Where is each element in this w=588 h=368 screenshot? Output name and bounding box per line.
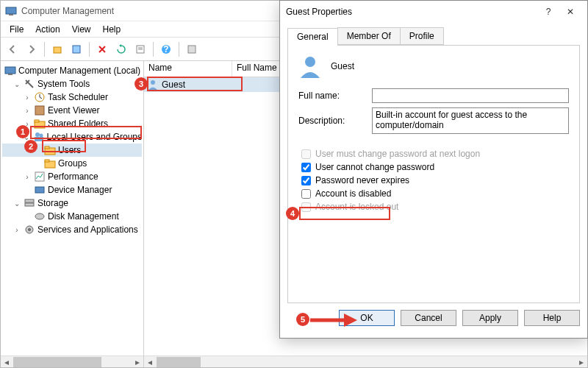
tree-users[interactable]: Users — [2, 144, 142, 157]
dialog-close-button[interactable]: ✕ — [559, 7, 581, 17]
perf-icon — [34, 171, 46, 183]
svg-rect-11 — [8, 74, 12, 75]
computer-icon — [4, 65, 16, 77]
svg-point-29 — [28, 228, 31, 231]
svg-text:?: ? — [163, 44, 168, 54]
menu-file[interactable]: File — [4, 23, 29, 36]
tree-groups[interactable]: Groups — [2, 157, 142, 170]
callout-badge-2: 2 — [24, 140, 37, 153]
ok-button[interactable]: OK — [339, 310, 395, 326]
folder-icon — [44, 158, 56, 169]
properties-button[interactable] — [68, 40, 85, 58]
menu-view[interactable]: View — [66, 23, 97, 36]
expand-icon[interactable]: › — [23, 93, 32, 102]
svg-point-27 — [35, 213, 44, 219]
menu-action[interactable]: Action — [29, 23, 65, 36]
svg-rect-25 — [25, 199, 34, 202]
svg-rect-10 — [5, 67, 15, 74]
checkbox-account-disabled[interactable]: Account is disabled — [301, 188, 569, 199]
checkbox-account-locked: Account is locked out — [301, 202, 569, 212]
svg-point-16 — [35, 132, 40, 137]
svg-rect-18 — [35, 137, 43, 141]
collapse-icon[interactable]: ⌄ — [12, 199, 21, 208]
svg-rect-15 — [35, 120, 39, 122]
callout-badge-3: 3 — [135, 77, 148, 91]
action-button[interactable] — [183, 40, 201, 58]
up-button[interactable] — [49, 40, 66, 58]
tree-services-apps[interactable]: ›Services and Applications — [2, 223, 142, 236]
services-icon — [24, 224, 35, 236]
tools-icon — [24, 78, 35, 90]
device-icon — [34, 184, 46, 196]
tree-system-tools[interactable]: ⌄System Tools — [2, 77, 142, 91]
disk-icon — [34, 210, 46, 222]
svg-rect-3 — [73, 46, 80, 53]
clock-icon — [34, 91, 46, 103]
forward-button[interactable] — [23, 40, 40, 58]
user-large-icon — [298, 54, 322, 78]
tab-member-of[interactable]: Member Of — [337, 27, 401, 45]
delete-button[interactable] — [93, 40, 111, 58]
checkbox-password-never-expires[interactable]: Password never expires — [301, 175, 569, 185]
tab-panel-general: Guest Full name: Description: User must … — [287, 46, 580, 303]
svg-rect-2 — [54, 47, 61, 53]
svg-rect-13 — [35, 106, 44, 115]
dialog-title: Guest Properties — [286, 7, 537, 17]
help-button[interactable]: ? — [157, 40, 175, 58]
event-icon — [34, 105, 46, 116]
apply-button[interactable]: Apply — [462, 310, 518, 326]
svg-rect-20 — [45, 146, 49, 149]
svg-rect-24 — [35, 187, 44, 193]
description-label: Description: — [298, 116, 372, 126]
checkbox-cannot-change-password[interactable]: User cannot change password — [301, 162, 569, 172]
expand-icon[interactable]: › — [23, 107, 32, 115]
tree-device-manager[interactable]: Device Manager — [2, 183, 142, 197]
full-name-field[interactable] — [372, 88, 569, 103]
tree-hscrollbar[interactable]: ◂▸ — [1, 355, 143, 367]
svg-rect-22 — [45, 160, 49, 162]
tree-event-viewer[interactable]: ›Event Viewer — [2, 104, 142, 117]
folder-icon — [34, 118, 46, 130]
svg-rect-1 — [9, 14, 13, 15]
dialog-help-button[interactable]: ? — [537, 7, 559, 17]
help-button[interactable]: Help — [524, 310, 580, 326]
back-button[interactable] — [4, 40, 21, 58]
tab-general[interactable]: General — [287, 28, 338, 46]
svg-rect-9 — [188, 46, 196, 53]
tab-profile[interactable]: Profile — [400, 27, 444, 45]
callout-badge-1: 1 — [16, 125, 29, 138]
svg-point-17 — [39, 134, 43, 138]
tree-task-scheduler[interactable]: ›Task Scheduler — [2, 91, 142, 104]
full-name-label: Full name: — [298, 91, 372, 101]
checkbox-must-change-password: User must change password at next logon — [301, 149, 569, 159]
tree-storage[interactable]: ⌄Storage — [2, 197, 142, 210]
storage-icon — [24, 197, 35, 209]
tree-root[interactable]: Computer Management (Local) — [2, 64, 142, 77]
tree-pane: Computer Management (Local) ⌄System Tool… — [1, 61, 144, 367]
svg-point-30 — [151, 80, 155, 85]
username-display: Guest — [331, 61, 354, 71]
svg-rect-0 — [6, 7, 16, 14]
cancel-button[interactable]: Cancel — [401, 310, 456, 326]
list-hscrollbar[interactable]: ◂▸ — [144, 355, 587, 367]
refresh-button[interactable] — [112, 40, 130, 58]
description-field[interactable] — [372, 107, 569, 134]
guest-properties-dialog: Guest Properties ? ✕ General Member Of P… — [279, 0, 588, 339]
callout-badge-4: 4 — [286, 207, 299, 220]
dialog-titlebar: Guest Properties ? ✕ — [280, 1, 587, 23]
callout-badge-5: 5 — [296, 313, 309, 326]
tree-performance[interactable]: ›Performance — [2, 170, 142, 183]
collapse-icon[interactable]: ⌄ — [12, 80, 21, 88]
folder-icon — [44, 144, 56, 156]
svg-point-31 — [305, 57, 315, 67]
column-name[interactable]: Name — [144, 61, 232, 77]
menu-help[interactable]: Help — [97, 23, 127, 36]
user-icon — [147, 79, 159, 91]
svg-rect-26 — [25, 203, 34, 206]
expand-icon[interactable]: › — [23, 173, 32, 181]
tree-disk-management[interactable]: Disk Management — [2, 210, 142, 223]
export-button[interactable] — [132, 40, 149, 58]
app-icon — [5, 5, 17, 17]
expand-icon[interactable]: › — [12, 226, 21, 234]
